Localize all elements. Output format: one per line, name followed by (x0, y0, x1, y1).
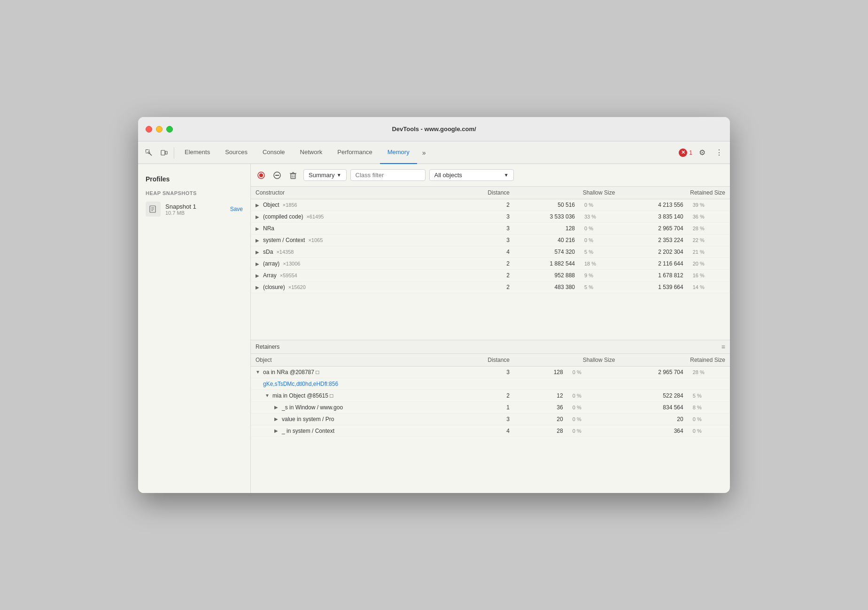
tab-console[interactable]: Console (255, 141, 293, 164)
retained-size-cell: 2 202 304 (620, 246, 688, 258)
shallow-pct-cell: 0 % (568, 366, 620, 378)
summary-dropdown[interactable]: Summary ▼ (303, 169, 347, 181)
clear-button[interactable] (271, 169, 284, 182)
minimize-button[interactable] (156, 126, 163, 133)
inspect-element-icon[interactable] (142, 146, 156, 160)
distance-cell: 2 (466, 199, 514, 211)
menu-icon[interactable]: ≡ (721, 343, 725, 351)
constructor-cell: ▶ NRa (251, 223, 466, 235)
tab-elements[interactable]: Elements (177, 141, 217, 164)
count-badge: ×14358 (275, 249, 294, 255)
count-badge: ×1856 (281, 202, 297, 208)
expand-arrow[interactable]: ▼ (265, 393, 271, 398)
link-cell[interactable]: gKe,sTsDMc,dtl0hd,eHDfl:856 (251, 378, 730, 390)
expand-arrow[interactable]: ▶ (256, 226, 261, 231)
constructor-name: (array) (263, 260, 279, 267)
table-row[interactable]: ▼ mia in Object @85615 □ 2 12 0 % 522 28… (251, 390, 730, 401)
object-cell: ▼ mia in Object @85615 □ (251, 390, 466, 401)
object-name: mia in Object @85615 □ (272, 392, 333, 399)
retained-size-cell: 834 564 (620, 401, 688, 413)
table-row[interactable]: ▶ _s in Window / www.goo 1 36 0 % 834 56… (251, 401, 730, 413)
retained-size-cell: 3 835 140 (620, 211, 688, 223)
title-bar: DevTools - www.google.com/ (138, 117, 730, 141)
shallow-size-cell: 1 882 544 (514, 258, 580, 270)
distance-cell: 3 (466, 413, 514, 425)
table-row[interactable]: ▶ sDa ×14358 4 574 320 5 % 2 202 304 21 … (251, 246, 730, 258)
table-row[interactable]: ▶ (closure) ×15620 2 483 380 5 % 1 539 6… (251, 282, 730, 293)
devtools-body: Elements Sources Console Network Perform… (138, 141, 730, 493)
count-badge: ×13006 (281, 261, 300, 266)
tab-sources[interactable]: Sources (217, 141, 255, 164)
svg-rect-5 (161, 150, 165, 155)
object-name: oa in NRa @208787 □ (263, 369, 319, 375)
upper-panel[interactable]: Constructor Distance Shallow Size Retain… (251, 187, 730, 340)
object-cell: ▶ _s in Window / www.goo (251, 401, 466, 413)
chevron-down-icon: ▼ (337, 172, 341, 178)
shallow-size-cell: 952 888 (514, 270, 580, 282)
table-row[interactable]: ▶ NRa 3 128 0 % 2 965 704 28 % (251, 223, 730, 235)
expand-arrow[interactable]: ▶ (274, 416, 280, 422)
expand-arrow[interactable]: ▶ (256, 238, 261, 243)
retained-pct-cell: 39 % (688, 199, 730, 211)
svg-rect-1 (146, 149, 146, 152)
table-row[interactable]: gKe,sTsDMc,dtl0hd,eHDfl:856 (251, 378, 730, 390)
expand-arrow[interactable]: ▶ (256, 261, 261, 266)
expand-arrow[interactable]: ▼ (256, 369, 261, 375)
class-filter-input[interactable] (350, 169, 426, 181)
maximize-button[interactable] (166, 126, 173, 133)
retainer-link[interactable]: gKe,sTsDMc,dtl0hd,eHDfl:856 (256, 381, 338, 387)
snapshot-name: Snapshot 1 (165, 203, 225, 210)
tab-network[interactable]: Network (293, 141, 330, 164)
retained-pct-cell: 5 % (688, 390, 730, 401)
shallow-pct-cell: 0 % (568, 425, 620, 437)
retained-pct-cell: 21 % (688, 246, 730, 258)
table-row[interactable]: ▶ system / Context ×1065 3 40 216 0 % 2 … (251, 235, 730, 246)
traffic-lights (146, 126, 173, 133)
expand-arrow[interactable]: ▶ (274, 428, 280, 433)
expand-arrow[interactable]: ▶ (256, 203, 261, 208)
main-toolbar: Elements Sources Console Network Perform… (138, 141, 730, 164)
constructor-name: (compiled code) (263, 213, 303, 220)
record-buttons (255, 169, 300, 182)
constructor-name: system / Context (263, 237, 305, 243)
expand-arrow[interactable]: ▶ (256, 250, 261, 255)
lower-panel[interactable]: Retainers ≡ Object Distance Shallow Size… (251, 340, 730, 493)
constructor-cell: ▶ (closure) ×15620 (251, 282, 466, 293)
table-row[interactable]: ▶ Array ×59554 2 952 888 9 % 1 678 812 1… (251, 270, 730, 282)
expand-arrow[interactable]: ▶ (256, 214, 261, 219)
all-objects-dropdown[interactable]: All objects ▼ (429, 169, 514, 181)
shallow-pct-cell: 33 % (580, 211, 620, 223)
table-row[interactable]: ▶ (array) ×13006 2 1 882 544 18 % 2 116 … (251, 258, 730, 270)
delete-button[interactable] (287, 169, 300, 182)
distance-cell: 4 (466, 246, 514, 258)
retained-size-cell: 364 (620, 425, 688, 437)
constructor-name: sDa (263, 249, 273, 255)
table-row[interactable]: ▶ (compiled code) ×61495 3 3 533 036 33 … (251, 211, 730, 223)
tab-memory[interactable]: Memory (380, 141, 417, 164)
distance-cell: 2 (466, 258, 514, 270)
distance-cell: 2 (466, 390, 514, 401)
save-button[interactable]: Save (230, 206, 243, 212)
ret-header-shallow: Shallow Size (514, 354, 620, 367)
expand-arrow[interactable]: ▶ (256, 273, 261, 278)
close-button[interactable] (146, 126, 152, 133)
expand-arrow[interactable]: ▶ (274, 405, 280, 410)
nav-tabs: Elements Sources Console Network Perform… (177, 141, 678, 164)
expand-arrow[interactable]: ▶ (256, 285, 261, 290)
retained-pct-cell: 20 % (688, 258, 730, 270)
table-row[interactable]: ▼ oa in NRa @208787 □ 3 128 0 % 2 965 70… (251, 366, 730, 378)
more-tabs-icon[interactable]: » (417, 146, 431, 160)
error-badge[interactable]: ✕ 1 (679, 149, 692, 157)
more-options-icon[interactable]: ⋮ (712, 146, 726, 160)
retained-size-cell: 2 116 644 (620, 258, 688, 270)
settings-icon[interactable]: ⚙ (695, 146, 709, 160)
table-row[interactable]: ▶ Object ×1856 2 50 516 0 % 4 213 556 39… (251, 199, 730, 211)
tab-performance[interactable]: Performance (330, 141, 380, 164)
snapshot-size: 10.7 MB (165, 210, 225, 216)
device-toggle-icon[interactable] (157, 146, 171, 160)
table-row[interactable]: ▶ value in system / Pro 3 20 0 % 20 0 % (251, 413, 730, 425)
object-cell: ▼ oa in NRa @208787 □ (251, 366, 466, 378)
record-button[interactable] (255, 169, 268, 182)
snapshot-item[interactable]: Snapshot 1 10.7 MB Save (138, 198, 250, 220)
table-row[interactable]: ▶ _ in system / Context 4 28 0 % 364 0 % (251, 425, 730, 437)
